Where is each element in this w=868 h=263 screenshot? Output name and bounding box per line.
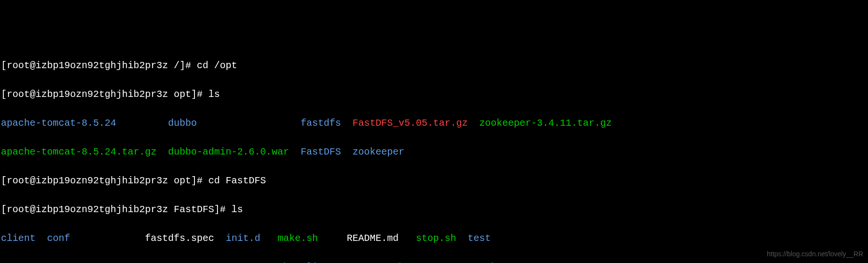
watermark: https://blog.csdn.net/lovely__RR [767,249,863,259]
command: cd /opt [197,60,237,71]
command: ls [231,204,243,215]
terminal-line: [root@izbp19ozn92tghjhib2pr3z FastDFS]# … [1,203,867,217]
file-entry: zookeeper-3.4.11.tar.gz [479,118,612,129]
terminal-line: [root@izbp19ozn92tghjhib2pr3z /]# cd /op… [1,59,867,73]
ls-output-line: common COPYING-3_0.txt HISTORY INSTALL p… [1,260,867,263]
ls-output-line: apache-tomcat-8.5.24 dubbo fastdfs FastD… [1,116,867,131]
file-entry: fastdfs.spec [145,233,214,244]
dir-entry: FastDFS [301,146,341,157]
prompt: [root@izbp19ozn92tghjhib2pr3z FastDFS]# [1,204,231,215]
dir-entry: conf [47,233,70,244]
ls-output-line: client conf fastdfs.spec init.d make.sh … [1,231,867,246]
dir-entry: test [468,233,491,244]
command: cd FastDFS [208,175,266,186]
terminal-line: [root@izbp19ozn92tghjhib2pr3z opt]# cd F… [1,174,867,188]
file-entry: make.sh [277,233,318,244]
file-entry: apache-tomcat-8.5.24.tar.gz [1,146,157,157]
dir-entry: init.d [226,233,260,244]
terminal-line: [root@izbp19ozn92tghjhib2pr3z opt]# ls [1,87,867,102]
prompt: [root@izbp19ozn92tghjhib2pr3z opt]# [1,175,208,186]
prompt: [root@izbp19ozn92tghjhib2pr3z /]# [1,60,197,71]
file-entry: FastDFS_v5.05.tar.gz [352,118,468,129]
dir-entry: apache-tomcat-8.5.24 [1,118,116,129]
dir-entry: fastdfs [301,118,341,129]
dir-entry: zookeeper [352,146,404,157]
file-entry: dubbo-admin-2.6.0.war [168,146,289,157]
dir-entry: client [1,233,36,244]
dir-entry: dubbo [168,118,197,129]
command: ls [208,89,220,100]
prompt: [root@izbp19ozn92tghjhib2pr3z opt]# [1,89,208,100]
file-entry: stop.sh [416,233,456,244]
file-entry: README.md [347,233,398,244]
ls-output-line: apache-tomcat-8.5.24.tar.gz dubbo-admin-… [1,145,867,159]
